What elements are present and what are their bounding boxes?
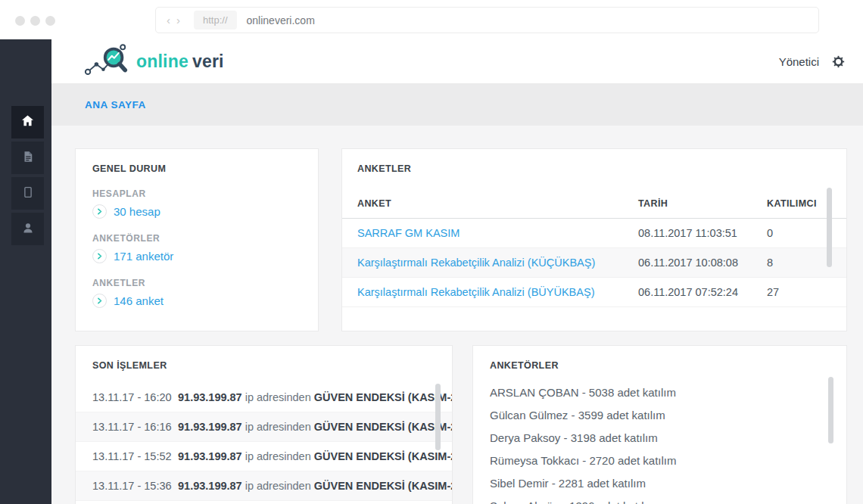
app-header: onlineveri Yönetici: [51, 39, 863, 83]
list-item: ARSLAN ÇOBAN - 5038 adet katılım: [490, 381, 830, 403]
log-ip: 91.93.199.87: [178, 421, 242, 433]
survey-link[interactable]: SARRAF GM KASIM: [357, 227, 638, 239]
table-row: Karşılaştırmalı Rekabetçilik Analizi (BÜ…: [342, 278, 846, 307]
header-right: Yönetici: [779, 55, 845, 68]
stat-hesaplar: HESAPLAR 30 hesap: [92, 188, 301, 219]
survey-participants: 27: [767, 286, 843, 298]
stat-anketorler: ANKETÖRLER 171 anketör: [92, 233, 301, 263]
sidebar-item-devices[interactable]: [11, 177, 44, 210]
stat-link-anketorler[interactable]: 171 anketör: [92, 249, 301, 263]
panel-anketler: ANKETLER ANKET TARİH KATILIMCI SARRAF GM…: [342, 149, 846, 331]
log-date: 13.11.17 - 15:52: [92, 450, 178, 462]
stat-label: ANKETÖRLER: [92, 233, 301, 244]
forward-icon[interactable]: ›: [173, 14, 183, 26]
panel-anketorler: ANKETÖRLER ARSLAN ÇOBAN - 5038 adet katı…: [473, 346, 846, 504]
chevron-right-icon: [92, 204, 107, 219]
protocol-chip: http://: [194, 11, 237, 30]
panel-title: ANKETÖRLER: [490, 360, 830, 371]
log-survey: GÜVEN ENDEKSİ (KASIM-20: [314, 421, 452, 433]
survey-link[interactable]: Karşılaştırmalı Rekabetçilik Analizi (KÜ…: [357, 257, 638, 269]
table-header-row: ANKET TARİH KATILIMCI: [342, 188, 846, 219]
sidebar: [0, 39, 51, 504]
gear-icon[interactable]: [832, 55, 845, 68]
window-controls: [15, 16, 55, 26]
log-date: 13.11.17 - 16:16: [92, 421, 178, 433]
list-item: Gülcan Gülmez - 3599 adet katılım: [490, 403, 830, 426]
panel-title: ANKETLER: [342, 163, 846, 174]
breadcrumb[interactable]: ANA SAYFA: [85, 99, 146, 110]
table-row: SARRAF GM KASIM 08.11.2017 11:03:51 0: [342, 219, 846, 248]
logo-text-online: online: [136, 51, 188, 71]
table-row: Karşılaştırmalı Rekabetçilik Analizi (KÜ…: [342, 248, 846, 278]
list-item: Derya Paksoy - 3198 adet katılım: [490, 426, 830, 449]
document-icon: [21, 150, 35, 166]
logo-text: onlineveri: [136, 51, 224, 72]
log-date: 13.11.17 - 15:36: [92, 480, 178, 492]
stat-label: ANKETLER: [92, 278, 301, 288]
window-dot-icon[interactable]: [15, 16, 25, 26]
log-text: ip adresinden: [245, 421, 311, 433]
sidebar-item-documents[interactable]: [11, 142, 44, 174]
sidebar-item-home[interactable]: [11, 106, 44, 138]
log-text: ip adresinden: [245, 480, 311, 492]
anketler-table: ANKET TARİH KATILIMCI SARRAF GM KASIM 08…: [342, 188, 846, 307]
log-survey: GÜVEN ENDEKSİ (KASIM-20: [314, 450, 452, 462]
survey-date: 06.11.2017 10:08:08: [638, 257, 767, 269]
scrollbar[interactable]: [827, 188, 832, 267]
survey-date: 08.11.2017 11:03:51: [638, 227, 767, 239]
panel-genel-durum: GENEL DURUM HESAPLAR 30 hesap ANKETÖRLER…: [76, 149, 318, 331]
page: ‹ › http:// onlineveri.com: [0, 0, 863, 504]
log-ip: 91.93.199.87: [178, 391, 242, 403]
user-menu[interactable]: Yönetici: [779, 55, 819, 68]
log-ip: 91.93.199.87: [178, 480, 242, 492]
stat-value[interactable]: 171 anketör: [114, 250, 173, 263]
url-text[interactable]: onlineveri.com: [247, 14, 315, 26]
stat-link-anketler[interactable]: 146 anket: [92, 294, 301, 308]
stat-link-hesaplar[interactable]: 30 hesap: [92, 204, 301, 219]
home-icon: [20, 114, 35, 131]
log-survey: GÜVEN ENDEKSİ (KASIM-20: [314, 480, 452, 492]
scrollbar[interactable]: [828, 377, 833, 443]
column-header-anket: ANKET: [357, 198, 638, 209]
panel-son-islemler: SON İŞLEMLER 13.11.17 - 16:20 91.93.199.…: [76, 346, 452, 504]
url-bar[interactable]: ‹ › http:// onlineveri.com: [155, 7, 819, 33]
log-row: 13.11.17 - 15:36 91.93.199.87 ip adresin…: [76, 471, 452, 501]
breadcrumb-bar: ANA SAYFA: [51, 83, 863, 126]
panel-title: SON İŞLEMLER: [76, 360, 452, 371]
log-date: 13.11.17 - 16:20: [92, 391, 178, 403]
log-row: 13.11.17 - 16:16 91.93.199.87 ip adresin…: [76, 412, 452, 442]
stat-label: HESAPLAR: [92, 188, 301, 199]
log-text: ip adresinden: [245, 391, 311, 403]
panel-title: GENEL DURUM: [92, 163, 301, 174]
stat-anketler: ANKETLER 146 anket: [92, 278, 301, 308]
logo-text-veri: veri: [192, 51, 224, 71]
sidebar-item-users[interactable]: [11, 213, 44, 245]
browser-bar: ‹ › http:// onlineveri.com: [0, 0, 863, 39]
list-item: Sibel Demir - 2281 adet katılım: [490, 471, 830, 494]
table-body: SARRAF GM KASIM 08.11.2017 11:03:51 0 Ka…: [342, 219, 846, 307]
logo-magnifier-icon: [83, 42, 130, 81]
log-ip: 91.93.199.87: [178, 450, 242, 462]
window-dot-icon[interactable]: [45, 16, 55, 26]
stat-value[interactable]: 30 hesap: [114, 205, 160, 218]
chevron-right-icon: [92, 294, 107, 308]
log-text: ip adresinden: [245, 450, 311, 462]
log-survey: GÜVEN ENDEKSİ (KASIM-20: [314, 391, 452, 403]
back-icon[interactable]: ‹: [164, 14, 173, 26]
user-icon: [21, 221, 35, 238]
person-list: ARSLAN ÇOBAN - 5038 adet katılım Gülcan …: [490, 381, 830, 504]
window-dot-icon[interactable]: [30, 16, 40, 26]
log-row: 13.11.17 - 15:52 91.93.199.87 ip adresin…: [76, 442, 452, 471]
tablet-icon: [21, 185, 35, 202]
logo[interactable]: onlineveri: [83, 42, 224, 81]
log-list: 13.11.17 - 16:20 91.93.199.87 ip adresin…: [76, 383, 452, 501]
survey-link[interactable]: Karşılaştırmalı Rekabetçilik Analizi (BÜ…: [357, 286, 638, 298]
list-item: Rümeysa Tokkacı - 2720 adet katılım: [490, 449, 830, 471]
log-row: 13.11.17 - 16:20 91.93.199.87 ip adresin…: [76, 383, 452, 412]
stat-value[interactable]: 146 anket: [114, 294, 164, 307]
list-item: Selcan Akgün - 1396 adet katılım: [490, 494, 830, 504]
survey-date: 06.11.2017 07:52:24: [638, 286, 767, 298]
column-header-tarih: TARİH: [638, 198, 767, 209]
scrollbar[interactable]: [435, 384, 441, 450]
chevron-right-icon: [92, 249, 107, 263]
